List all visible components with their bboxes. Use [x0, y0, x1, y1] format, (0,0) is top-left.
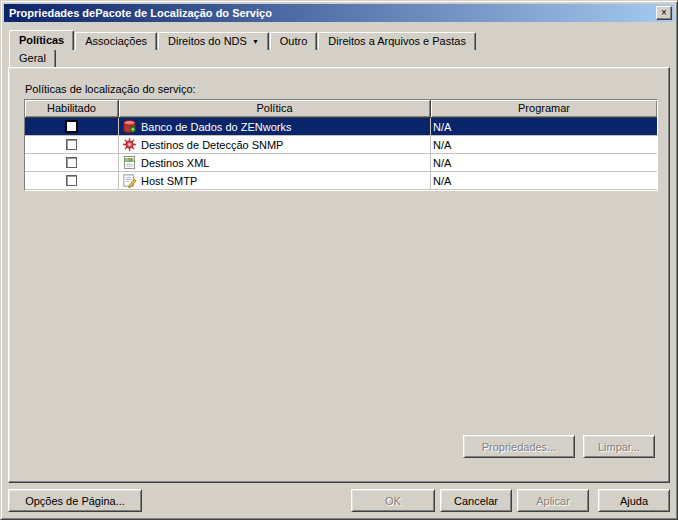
policies-table: Habilitado Política Programar Banco de D…: [24, 99, 658, 191]
table-row[interactable]: Destinos de Detecção SNMP N/A: [25, 136, 657, 154]
snmp-detection-targets-icon: [122, 137, 137, 152]
row-action-buttons: Propriedades... Limpar...: [463, 435, 655, 458]
xml-targets-icon: XML: [122, 155, 137, 170]
svg-text:XML: XML: [125, 158, 135, 163]
policy-cell[interactable]: Destinos de Detecção SNMP: [119, 136, 431, 153]
tab-label: Direitos do NDS: [168, 33, 247, 50]
enabled-checkbox[interactable]: [66, 175, 77, 186]
close-button[interactable]: ×: [656, 6, 672, 20]
dialog-footer: Opções de Página... OK Cancelar Aplicar …: [8, 489, 670, 512]
title-bar: Propriedades dePacote de Localização do …: [4, 4, 674, 22]
column-header-politica[interactable]: Política: [119, 100, 431, 118]
policy-cell[interactable]: Banco de Dados do ZENworks: [119, 118, 431, 135]
tab-label: Direitos a Arquivos e Pastas: [328, 33, 466, 50]
table-row[interactable]: XML Destinos XML N/A: [25, 154, 657, 172]
cancel-button[interactable]: Cancelar: [440, 489, 512, 512]
table-row[interactable]: Banco de Dados do ZENworks N/A: [25, 118, 657, 136]
enabled-cell: [25, 136, 119, 153]
enabled-cell: [25, 172, 119, 189]
clear-button[interactable]: Limpar...: [583, 435, 655, 458]
table-row[interactable]: Host SMTP N/A: [25, 172, 657, 190]
schedule-cell: N/A: [431, 154, 657, 171]
policy-label: Destinos de Detecção SNMP: [141, 139, 283, 151]
policy-cell[interactable]: XML Destinos XML: [119, 154, 431, 171]
column-header-habilitado[interactable]: Habilitado: [25, 100, 119, 118]
chevron-down-icon: ▼: [252, 37, 259, 47]
smtp-host-icon: [122, 173, 137, 188]
tab-label: Políticas: [19, 31, 64, 50]
schedule-cell: N/A: [431, 118, 657, 135]
schedule-cell: N/A: [431, 136, 657, 153]
tab-politicas[interactable]: Políticas: [9, 30, 74, 50]
properties-button[interactable]: Propriedades...: [463, 435, 575, 458]
close-icon: ×: [661, 7, 667, 18]
properties-dialog: Propriedades dePacote de Localização do …: [0, 0, 678, 520]
policy-label: Banco de Dados do ZENworks: [141, 121, 291, 133]
tab-label: Geral: [19, 50, 46, 67]
tab-geral[interactable]: Geral: [9, 49, 56, 67]
page-options-button[interactable]: Opções de Página...: [8, 489, 142, 512]
tab-row-top: Políticas Associações Direitos do NDS ▼ …: [9, 31, 477, 50]
policy-label: Host SMTP: [141, 175, 197, 187]
tab-outro[interactable]: Outro: [270, 32, 318, 50]
column-header-programar[interactable]: Programar: [431, 100, 657, 118]
schedule-cell: N/A: [431, 172, 657, 189]
tab-row-sub: Geral: [9, 49, 57, 67]
enabled-cell: [25, 154, 119, 171]
policy-cell[interactable]: Host SMTP: [119, 172, 431, 189]
window-title: Propriedades dePacote de Localização do …: [9, 4, 656, 22]
enabled-cell: [25, 118, 119, 135]
apply-button[interactable]: Aplicar: [517, 489, 589, 512]
tab-label: Outro: [280, 33, 308, 50]
zenworks-database-icon: [122, 119, 137, 134]
enabled-checkbox[interactable]: [65, 120, 78, 133]
enabled-checkbox[interactable]: [66, 139, 77, 150]
tab-direitos-nds[interactable]: Direitos do NDS ▼: [158, 32, 269, 50]
enabled-checkbox[interactable]: [66, 157, 77, 168]
tab-associacoes[interactable]: Associações: [75, 32, 157, 50]
section-label: Políticas de localização do serviço:: [25, 83, 196, 95]
tab-direitos-arquivos-pastas[interactable]: Direitos a Arquivos e Pastas: [318, 32, 476, 50]
ok-button[interactable]: OK: [351, 489, 435, 512]
table-header: Habilitado Política Programar: [25, 100, 657, 118]
policy-label: Destinos XML: [141, 157, 209, 169]
policies-page: Políticas de localização do serviço: Hab…: [8, 67, 670, 483]
help-button[interactable]: Ajuda: [598, 489, 670, 512]
tab-label: Associações: [85, 33, 147, 50]
